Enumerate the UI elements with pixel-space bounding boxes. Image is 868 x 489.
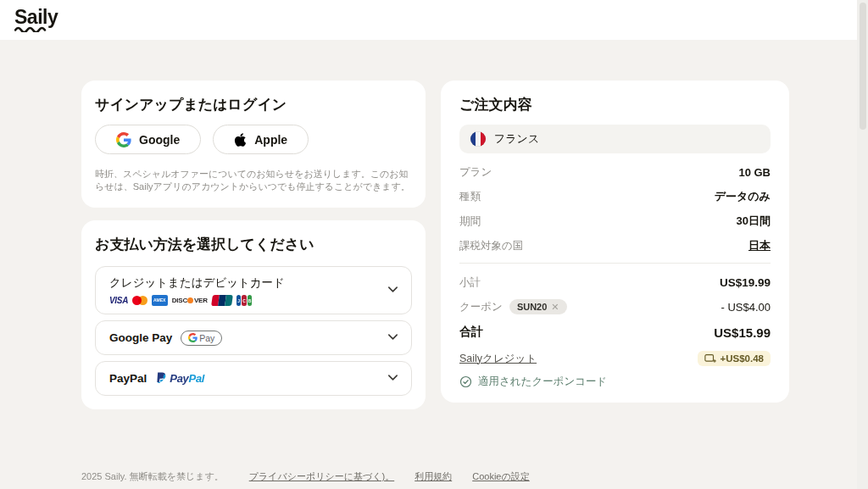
top-header: Saily [0, 0, 868, 40]
applied-coupon-label: 適用されたクーポンコード [478, 375, 607, 389]
visa-logo: VISA [109, 295, 128, 306]
destination-row: フランス [459, 125, 771, 153]
saily-logo-text: Saily [14, 6, 58, 28]
gpay-g-icon [188, 333, 198, 342]
mastercard-logo [132, 295, 147, 306]
summary-divider [459, 263, 771, 264]
tax-country-row: 課税対象の国 日本 [459, 238, 771, 253]
amex-logo: AMEX [152, 295, 168, 306]
saily-credit-row: Sailyクレジット +US$0.48 [459, 349, 771, 368]
remove-coupon-icon[interactable]: ✕ [551, 302, 559, 313]
coupon-discount-value: - US$4.00 [721, 301, 771, 314]
check-circle-icon [459, 375, 472, 388]
googlepay-option-label: Google Pay [109, 331, 172, 346]
type-row: 種類 データのみ [459, 189, 771, 204]
left-column: サインアップまたはログイン Google Apple [81, 81, 426, 409]
google-login-label: Google [139, 133, 180, 147]
type-value: データのみ [715, 189, 771, 204]
saily-credit-link[interactable]: Sailyクレジット [459, 352, 537, 366]
jcb-logo: JCB [236, 295, 253, 306]
plan-value: 10 GB [738, 166, 771, 179]
order-title: ご注文内容 [459, 96, 771, 114]
payment-title: お支払い方法を選択してください [95, 236, 412, 254]
plan-row: プラン 10 GB [459, 164, 771, 180]
type-label: 種類 [459, 190, 481, 204]
period-row: 期間 30日間 [459, 214, 771, 229]
saily-credit-amount: +US$0.48 [721, 353, 764, 364]
coupon-row: クーポン SUN20 ✕ - US$4.00 [459, 299, 771, 314]
period-label: 期間 [459, 214, 481, 229]
saily-logo[interactable]: Saily [14, 6, 58, 32]
apple-login-button[interactable]: Apple [213, 125, 309, 154]
card-brand-logos: VISA AMEX DISCVER JCB [109, 294, 398, 306]
coupon-code: SUN20 [517, 302, 547, 312]
subtotal-value: US$19.99 [720, 276, 771, 289]
unionpay-logo [211, 295, 233, 306]
tax-country-label: 課税対象の国 [459, 239, 523, 253]
google-login-button[interactable]: Google [95, 125, 201, 154]
plan-label: プラン [459, 165, 492, 180]
subtotal-row: 小計 US$19.99 [459, 275, 771, 290]
auth-buttons-row: Google Apple [95, 125, 412, 154]
cookie-settings-link[interactable]: Cookieの設定 [472, 470, 530, 483]
marketing-disclaimer: 時折、スペシャルオファーについてのお知らせをお送りします。このお知らせは、Sai… [95, 168, 412, 193]
paypal-p-icon [155, 372, 167, 386]
payment-option-paypal[interactable]: PayPal PayPal [95, 361, 412, 396]
card-option-label: クレジットまたはデビットカード [109, 275, 398, 291]
total-value: US$15.99 [714, 325, 771, 340]
discover-logo: DISCVER [172, 295, 208, 306]
coupon-chip: SUN20 ✕ [509, 299, 567, 314]
chevron-down-icon[interactable] [387, 330, 399, 346]
payment-option-card[interactable]: クレジットまたはデビットカード VISA AMEX DISCVER JCB [95, 266, 412, 314]
scrollbar-thumb[interactable] [860, 3, 866, 130]
chevron-down-icon[interactable] [387, 370, 399, 386]
tax-country-link[interactable]: 日本 [748, 238, 771, 253]
subtotal-label: 小計 [459, 275, 481, 290]
payment-method-card: お支払い方法を選択してください クレジットまたはデビットカード VISA AME… [81, 220, 426, 409]
apple-icon [234, 132, 247, 147]
google-icon [116, 132, 131, 147]
order-detail-rows: プラン 10 GB 種類 データのみ 期間 30日間 課税対象の国 日本 [459, 164, 771, 389]
saily-logo-wave-icon [14, 26, 47, 32]
coupon-label: クーポン [459, 300, 503, 314]
payment-option-googlepay[interactable]: Google Pay Pay [95, 320, 412, 355]
paypal-logo: PayPal [155, 372, 204, 386]
destination-name: フランス [494, 131, 539, 147]
total-row: 合計 US$15.99 [459, 324, 771, 341]
signup-title: サインアップまたはログイン [95, 96, 412, 114]
terms-of-use-link[interactable]: 利用規約 [415, 470, 452, 483]
period-value: 30日間 [737, 214, 771, 229]
checkout-main: サインアップまたはログイン Google Apple [81, 81, 789, 409]
paypal-wordmark: PayPal [170, 372, 204, 385]
payment-options: クレジットまたはデビットカード VISA AMEX DISCVER JCB Go [95, 266, 412, 396]
scrollbar-track[interactable] [857, 0, 868, 489]
credit-card-plus-icon [704, 353, 716, 364]
apple-login-label: Apple [254, 133, 287, 147]
france-flag-icon [470, 131, 486, 147]
signup-card: サインアップまたはログイン Google Apple [81, 81, 426, 208]
order-summary-card: ご注文内容 フランス プラン 10 GB 種類 データのみ 期間 30日間 [441, 81, 789, 403]
saily-credit-badge: +US$0.48 [698, 351, 771, 366]
applied-coupon-row: 適用されたクーポンコード [459, 375, 771, 389]
privacy-policy-link[interactable]: プライバシーポリシーに基づく)。 [249, 470, 395, 483]
footer-links: プライバシーポリシーに基づく)。 利用規約 Cookieの設定 [249, 470, 530, 483]
page-footer: 2025 Saily. 無断転載を禁じます。 プライバシーポリシーに基づく)。 … [81, 470, 792, 483]
gpay-badge-icon: Pay [181, 331, 222, 346]
copyright-text: 2025 Saily. 無断転載を禁じます。 [81, 470, 224, 483]
total-label: 合計 [459, 325, 483, 340]
gpay-pay-text: Pay [199, 333, 214, 343]
chevron-down-icon[interactable] [387, 282, 399, 298]
right-column: ご注文内容 フランス プラン 10 GB 種類 データのみ 期間 30日間 [441, 81, 789, 409]
paypal-option-label: PayPal [109, 371, 147, 386]
